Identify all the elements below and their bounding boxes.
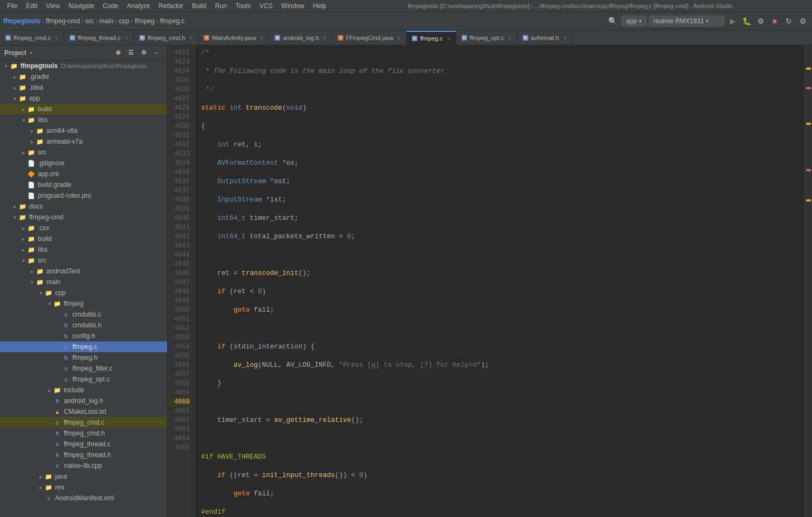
sidebar-tool-settings[interactable]: ☰ (125, 47, 137, 59)
breadcrumb-project[interactable]: ffmpegtools (3, 17, 41, 25)
tab-ffmpeg-cmd-c[interactable]: c ffmpeg_cmd.c × (0, 31, 64, 45)
tree-item-cpp[interactable]: ▾ 📁 cpp (0, 287, 167, 298)
code-content[interactable]: /* * The following code is the main loop… (195, 45, 804, 517)
tree-item-build-gradle[interactable]: 📄 build.gradle (0, 179, 167, 190)
close-tab-icon[interactable]: × (323, 35, 327, 41)
menu-item-window[interactable]: Window (277, 1, 308, 11)
tree-item-idea[interactable]: ▸ 📁 .idea (0, 82, 167, 93)
tab-ffmpeg-c[interactable]: c ffmpeg.c × (407, 31, 456, 45)
tree-item-ffmpeg-src[interactable]: ▾ 📁 src (0, 255, 167, 266)
breadcrumb-src[interactable]: src (85, 17, 94, 25)
tree-item-main[interactable]: ▾ 📁 main (0, 277, 167, 287)
tab-avformat-h[interactable]: h avformat.h × (517, 31, 573, 45)
menu-item-build[interactable]: Build (188, 1, 210, 11)
sidebar-title: Project (4, 49, 26, 57)
tab-ffmpeg-opt-c[interactable]: c ffmpeg_opt.c × (456, 31, 517, 45)
tree-item-armeabi[interactable]: ▸ 📁 armeabi-v7a (0, 136, 167, 147)
breadcrumb-file[interactable]: ffmpeg.c (160, 17, 185, 25)
tab-android-log-h[interactable]: h android_log.h × (269, 31, 332, 45)
tree-item-gradle[interactable]: ▸ 📁 .gradle (0, 71, 167, 82)
close-tab-icon[interactable]: × (563, 35, 567, 41)
menu-item-refactor[interactable]: Refactor (155, 1, 187, 11)
breadcrumb-module[interactable]: ffmpeg-cmd (46, 17, 80, 25)
menu-item-help[interactable]: Help (309, 1, 330, 11)
tree-item-gitignore[interactable]: 📄 .gitignore (0, 158, 167, 169)
tree-item-ffmpeg-h[interactable]: h ffmpeg.h (0, 352, 167, 363)
sidebar-tool-locate[interactable]: ⊕ (112, 47, 124, 59)
tree-item-docs[interactable]: ▸ 📁 docs (0, 201, 167, 212)
run-button[interactable]: ▶ (727, 15, 738, 27)
tree-item-app-src[interactable]: ▸ 📁 src (0, 147, 167, 158)
tree-item-app[interactable]: ▾ 📁 app (0, 93, 167, 104)
tree-item-cmdutils-c[interactable]: c cmdutils.c (0, 309, 167, 320)
sync-button[interactable]: ↻ (783, 15, 795, 27)
menu-item-code[interactable]: Code (99, 1, 122, 11)
search-everywhere-button[interactable]: 🔍 (607, 15, 619, 27)
tab-ffmpegcmd-java[interactable]: J FFmpegCmd.java × (332, 31, 407, 45)
tree-item-include[interactable]: ▸ 📁 include (0, 385, 167, 395)
tree-item-root[interactable]: ▾ 📁 ffmpegtools D:\workspace\github\ffmp… (0, 61, 167, 71)
settings-button[interactable]: ⚙ (797, 15, 809, 27)
close-tab-icon[interactable]: × (508, 35, 511, 41)
tree-item-android-log-h[interactable]: h android_log.h (0, 395, 167, 406)
menu-item-file[interactable]: File (3, 1, 21, 11)
run-configuration-selector[interactable]: app ▾ (621, 16, 647, 26)
breadcrumb-cpp[interactable]: cpp (119, 17, 129, 25)
debug-button[interactable]: 🐛 (741, 15, 753, 27)
menu-item-view[interactable]: View (42, 1, 64, 11)
tree-item-cmdutils-h[interactable]: h cmdutils.h (0, 320, 167, 331)
sidebar-tool-minimize[interactable]: ─ (151, 47, 163, 59)
tree-item-ffmpeg-thread-h[interactable]: h ffmpeg_thread.h (0, 449, 167, 460)
menu-item-edit[interactable]: Edit (22, 1, 41, 11)
tree-item-proguard[interactable]: 📄 proguard-rules.pro (0, 190, 167, 201)
stop-button[interactable]: ■ (769, 15, 781, 27)
tab-ffmpeg-cmd-h[interactable]: h ffmpeg_cmd.h × (134, 31, 198, 45)
tree-item-ffmpeg-cmd[interactable]: ▾ 📁 ffmpeg-cmd (0, 212, 167, 223)
close-tab-icon[interactable]: × (397, 35, 401, 41)
tree-item-res[interactable]: ▸ 📁 res (0, 482, 167, 493)
breadcrumb-ffmpeg[interactable]: ffmpeg (135, 17, 154, 25)
file-icon: 📄 (27, 191, 36, 200)
close-tab-icon[interactable]: × (189, 35, 192, 41)
device-label: realme RMX1931 (654, 17, 704, 25)
folder-icon: 📁 (27, 224, 36, 232)
close-tab-icon[interactable]: × (260, 35, 263, 41)
menu-item-analyze[interactable]: Analyze (123, 1, 154, 11)
breadcrumb-main[interactable]: main (99, 17, 114, 25)
tree-item-ffmpeg-opt-c[interactable]: c ffmpeg_opt.c (0, 374, 167, 385)
tree-item-app-libs[interactable]: ▾ 📁 libs (0, 115, 167, 125)
tree-item-java[interactable]: ▸ 📁 java (0, 471, 167, 482)
tab-mainactivity-java[interactable]: J MainActivity.java × (198, 31, 269, 45)
tree-item-app-build[interactable]: ▸ 📁 build (0, 104, 167, 115)
tree-item-androidtest[interactable]: ▸ 📁 androidTest (0, 266, 167, 277)
code-area[interactable]: 46224623462446254626 4627462846294630463… (168, 45, 812, 517)
tree-item-ffmpeg-folder[interactable]: ▾ 📁 ffmpeg (0, 298, 167, 309)
close-tab-icon[interactable]: × (125, 35, 128, 41)
tree-item-ffmpeg-cmd-c[interactable]: c ffmpeg_cmd.c (0, 417, 167, 428)
device-selector[interactable]: realme RMX1931 ▾ (649, 16, 724, 26)
tab-ffmpeg-thread-c[interactable]: c ffmpeg_thread.c × (64, 31, 134, 45)
tree-item-androidmanifest[interactable]: x AndroidManifest.xml (0, 493, 167, 503)
close-tab-icon[interactable]: × (55, 35, 58, 41)
menu-item-vcs[interactable]: VCS (256, 1, 277, 11)
tree-item-ffmpeg-thread-c[interactable]: c ffmpeg_thread.c (0, 439, 167, 449)
menu-item-tools[interactable]: Tools (232, 1, 255, 11)
tree-item-ffmpeg-cmd-h[interactable]: h ffmpeg_cmd.h (0, 428, 167, 439)
tree-item-config-h[interactable]: h config.h (0, 331, 167, 341)
menu-item-run[interactable]: Run (211, 1, 231, 11)
tree-item-native-lib-cpp[interactable]: c native-lib.cpp (0, 460, 167, 471)
tree-item-cmakelists[interactable]: ▲ CMakeLists.txt (0, 406, 167, 417)
folder-icon: 📁 (36, 137, 44, 146)
tree-item-ffmpeg-filter-c[interactable]: c ffmpeg_filter.c (0, 363, 167, 374)
h-file-icon: h (53, 429, 62, 438)
close-tab-icon[interactable]: × (447, 36, 450, 42)
tree-item-ffmpeg-build[interactable]: ▸ 📁 build (0, 233, 167, 244)
tree-item-ffmpeg-libs[interactable]: ▸ 📁 libs (0, 244, 167, 255)
tree-item-cxx[interactable]: ▸ 📁 .cxx (0, 223, 167, 233)
menu-item-navigate[interactable]: Navigate (65, 1, 98, 11)
tree-item-arm64[interactable]: ▸ 📁 arm64-v8a (0, 125, 167, 136)
tree-item-ffmpeg-c[interactable]: c ffmpeg.c (0, 341, 167, 352)
attach-debugger-button[interactable]: ⚙ (755, 15, 767, 27)
tree-item-app-iml[interactable]: 🔶 app.iml (0, 169, 167, 179)
sidebar-tool-gear[interactable]: ⚙ (138, 47, 150, 59)
